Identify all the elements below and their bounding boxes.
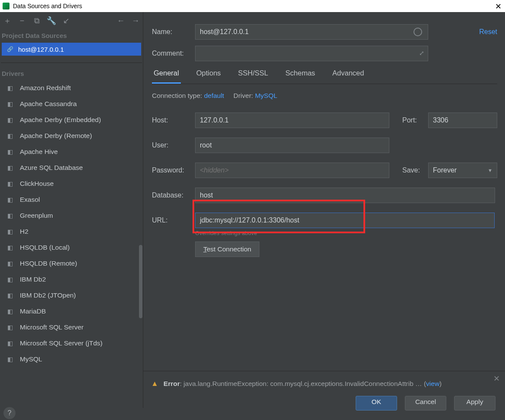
sidebar: ＋ − ⧉ 🔧 ↙ ← → Project Data Sources 🔗 hos…	[0, 12, 143, 408]
driver-item[interactable]: ◧Apache Derby (Embedded)	[2, 112, 141, 128]
driver-label: Microsoft SQL Server	[20, 323, 84, 331]
help-button[interactable]: ?	[3, 407, 16, 419]
driver-label: HSQLDB (Remote)	[20, 260, 77, 267]
error-text: : java.lang.RuntimeException: com.mysql.…	[180, 380, 426, 387]
close-paren: )	[439, 380, 442, 387]
name-label: Name:	[152, 28, 195, 36]
driver-item[interactable]: ◧Microsoft SQL Server	[2, 319, 141, 335]
ok-button[interactable]: OK	[356, 396, 397, 411]
driver-item[interactable]: ◧MariaDB	[2, 303, 141, 319]
drivers-list: ◧Amazon Redshift◧Apache Cassandra◧Apache…	[0, 80, 143, 367]
driver-icon: ◧	[5, 244, 15, 251]
driver-icon: ◧	[5, 276, 15, 283]
tab-options[interactable]: Options	[195, 69, 223, 84]
driver-item[interactable]: ◧Exasol	[2, 191, 141, 207]
tab-advanced[interactable]: Advanced	[331, 69, 366, 84]
driver-item[interactable]: ◧H2	[2, 223, 141, 239]
user-row: User:	[152, 138, 497, 153]
driver-link[interactable]: MySQL	[255, 92, 278, 99]
driver-label: Microsoft SQL Server (jTds)	[20, 339, 103, 347]
host-input[interactable]	[195, 113, 389, 128]
driver-item[interactable]: ◧Microsoft SQL Server (jTds)	[2, 335, 141, 351]
driver-icon: ◧	[5, 228, 15, 235]
driver-label: Driver:	[234, 92, 253, 99]
driver-icon: ◧	[5, 148, 15, 156]
back-icon[interactable]: ←	[117, 17, 125, 25]
port-input[interactable]	[428, 113, 497, 128]
connection-type-link[interactable]: default	[204, 92, 224, 99]
driver-label: Apache Cassandra	[20, 100, 77, 108]
cancel-button[interactable]: Cancel	[405, 396, 446, 411]
reset-link[interactable]: Reset	[479, 28, 497, 36]
apply-button[interactable]: Apply	[454, 396, 496, 411]
driver-item[interactable]: ◧IBM Db2 (JTOpen)	[2, 287, 141, 303]
datasource-label: host@127.0.0.1	[18, 46, 64, 53]
driver-item[interactable]: ◧Apache Cassandra	[2, 96, 141, 112]
driver-item[interactable]: ◧ClickHouse	[2, 176, 141, 191]
driver-label: Apache Hive	[20, 148, 58, 156]
driver-item[interactable]: ◧HSQLDB (Remote)	[2, 255, 141, 271]
port-label: Port:	[402, 116, 428, 124]
driver-label: H2	[20, 228, 28, 235]
driver-icon: ◧	[5, 84, 15, 92]
driver-label: IBM Db2	[20, 276, 46, 283]
user-input[interactable]	[195, 138, 389, 153]
add-icon[interactable]: ＋	[3, 17, 11, 25]
revert-icon[interactable]: ↙	[62, 17, 70, 25]
password-input[interactable]	[195, 163, 389, 178]
forward-icon[interactable]: →	[132, 17, 139, 25]
dismiss-status-icon[interactable]: ✕	[493, 374, 500, 383]
driver-label: Greenplum	[20, 212, 53, 219]
driver-icon: ◧	[5, 291, 15, 299]
name-input[interactable]	[195, 24, 428, 40]
driver-item[interactable]: ◧Amazon Redshift	[2, 80, 141, 96]
driver-label: Exasol	[20, 196, 40, 204]
section-project-data-sources: Project Data Sources	[0, 29, 143, 42]
driver-label: IBM Db2 (JTOpen)	[20, 291, 76, 299]
driver-item[interactable]: ◧HSQLDB (Local)	[2, 239, 141, 255]
tab-ssh-ssl[interactable]: SSH/SSL	[237, 69, 270, 84]
titlebar: Data Sources and Drivers ✕	[0, 0, 505, 12]
driver-item[interactable]: ◧Apache Hive	[2, 144, 141, 160]
close-icon[interactable]: ✕	[495, 2, 502, 11]
driver-icon: ◧	[5, 307, 15, 315]
driver-item[interactable]: ◧Greenplum	[2, 207, 141, 223]
password-row: Password: Save: Forever ▼	[152, 163, 497, 178]
connection-meta: Connection type: default Driver: MySQL	[152, 92, 497, 100]
driver-label: Azure SQL Database	[20, 164, 83, 172]
database-input[interactable]	[195, 188, 495, 203]
window-title: Data Sources and Drivers	[13, 3, 82, 9]
driver-item[interactable]: ◧Azure SQL Database	[2, 160, 141, 176]
tab-general[interactable]: General	[152, 69, 181, 84]
chevron-down-icon: ▼	[488, 168, 492, 173]
remove-icon[interactable]: −	[18, 17, 26, 25]
comment-input[interactable]: ⤢	[195, 46, 428, 61]
view-link[interactable]: view	[426, 380, 439, 387]
divider	[1, 63, 142, 63]
driver-item[interactable]: ◧IBM Db2	[2, 271, 141, 287]
driver-icon: ◧	[5, 116, 15, 124]
database-label: Database:	[152, 191, 195, 199]
url-input[interactable]	[195, 213, 495, 228]
host-row: Host: Port:	[152, 113, 497, 128]
tab-schemas[interactable]: Schemas	[284, 69, 317, 84]
status-bar: ▲ Error: java.lang.RuntimeException: com…	[143, 371, 505, 396]
datasource-icon: 🔗	[7, 46, 14, 52]
overrides-hint: Overrides settings above	[195, 230, 497, 236]
driver-icon: ◧	[5, 100, 15, 108]
wrench-icon[interactable]: 🔧	[47, 17, 55, 25]
comment-row: Comment: ⤢	[152, 46, 497, 61]
scrollbar-handle[interactable]	[139, 245, 142, 318]
save-select[interactable]: Forever ▼	[428, 163, 497, 178]
datasource-item[interactable]: 🔗 host@127.0.0.1	[2, 43, 141, 56]
duplicate-icon[interactable]: ⧉	[33, 17, 41, 25]
driver-icon: ◧	[5, 355, 15, 363]
driver-icon: ◧	[5, 164, 15, 172]
driver-item[interactable]: ◧Apache Derby (Remote)	[2, 128, 141, 144]
expand-icon[interactable]: ⤢	[419, 50, 424, 56]
driver-label: Amazon Redshift	[20, 84, 71, 92]
driver-icon: ◧	[5, 339, 15, 347]
driver-icon: ◧	[5, 180, 15, 188]
driver-item[interactable]: ◧MySQL	[2, 351, 141, 367]
test-connection-button[interactable]: Test Connection	[195, 241, 259, 257]
